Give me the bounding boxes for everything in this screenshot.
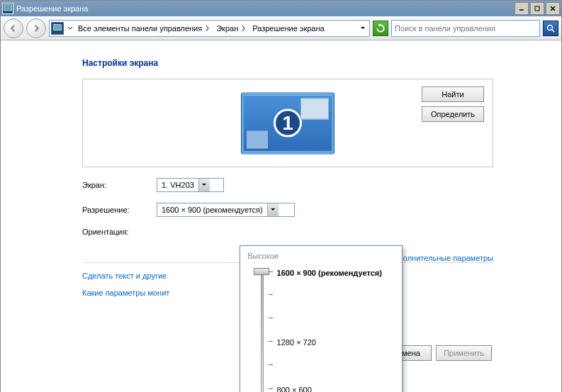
- screen-combo[interactable]: 1. VH203: [157, 178, 224, 192]
- svg-rect-0: [4, 4, 11, 10]
- taskbar-preview-icon: [247, 130, 268, 148]
- window-title: Разрешение экрана: [16, 4, 515, 13]
- text-size-link[interactable]: Сделать текст и другие: [82, 271, 167, 280]
- svg-rect-5: [54, 24, 62, 30]
- control-panel-icon: [51, 22, 64, 35]
- monitor-number: 1: [274, 109, 302, 138]
- navigation-bar: Все элементы панели управления Экран Раз…: [1, 16, 561, 40]
- find-button[interactable]: Найти: [422, 86, 484, 102]
- screen-label: Экран:: [82, 181, 157, 189]
- app-icon: [2, 3, 13, 14]
- content-area: Настройки экрана 1 Найти Определить Экра…: [1, 40, 561, 392]
- screen-row: Экран: 1. VH203: [82, 178, 561, 192]
- breadcrumb-item[interactable]: Экран: [215, 22, 249, 35]
- breadcrumb-item[interactable]: Разрешение экрана: [251, 24, 325, 33]
- slider-options-list: 1600 × 900 (рекомендуется) 1280 × 720 80…: [277, 271, 395, 392]
- search-box[interactable]: [391, 20, 540, 37]
- breadcrumb-label: Все элементы панели управления: [78, 24, 202, 33]
- forward-button[interactable]: [26, 18, 46, 38]
- svg-line-7: [552, 30, 554, 32]
- high-label: Высокое: [247, 252, 395, 260]
- search-input[interactable]: [395, 24, 536, 33]
- breadcrumb-label: Экран: [216, 24, 238, 33]
- breadcrumb-label: Разрешение экрана: [252, 24, 324, 33]
- address-dropdown-icon[interactable]: [65, 22, 75, 35]
- identify-button[interactable]: Определить: [422, 106, 484, 122]
- resolution-option[interactable]: 800 × 600: [277, 386, 312, 392]
- orientation-row: Ориентация:: [82, 228, 561, 236]
- titlebar: Разрешение экрана: [1, 1, 561, 16]
- minimize-button[interactable]: [515, 2, 529, 15]
- monitor-params-link[interactable]: Какие параметры монит: [82, 289, 169, 297]
- apply-button[interactable]: Применить: [436, 345, 492, 361]
- orientation-label: Ориентация:: [82, 228, 157, 236]
- chevron-right-icon[interactable]: [203, 22, 212, 35]
- resolution-option[interactable]: 1600 × 900 (рекомендуется): [277, 269, 382, 277]
- slider-thumb[interactable]: [254, 268, 269, 275]
- resolution-combo[interactable]: 1600 × 900 (рекомендуется): [157, 203, 295, 217]
- resolution-dropdown-panel: Высокое 1600 × 900 (рекомендуется) 1280 …: [240, 245, 403, 392]
- chevron-right-icon[interactable]: [240, 22, 248, 35]
- maximize-button[interactable]: [530, 2, 544, 15]
- window: Разрешение экрана Все элементы панели уп…: [0, 0, 562, 392]
- resolution-option[interactable]: 1280 × 720: [277, 338, 316, 347]
- address-bar[interactable]: Все элементы панели управления Экран Раз…: [49, 20, 370, 37]
- resolution-row: Разрешение: 1600 × 900 (рекомендуется): [82, 203, 561, 217]
- close-button[interactable]: [546, 2, 560, 15]
- monitor-preview[interactable]: 1: [242, 93, 334, 153]
- search-button[interactable]: [543, 21, 558, 36]
- page-heading: Настройки экрана: [82, 58, 561, 68]
- display-configuration-box: 1 Найти Определить: [82, 79, 493, 167]
- svg-point-6: [548, 25, 553, 30]
- screen-value: 1. VH203: [157, 181, 198, 189]
- back-button[interactable]: [4, 18, 23, 38]
- address-history-dropdown[interactable]: [358, 22, 368, 35]
- dropdown-arrow-icon[interactable]: [198, 179, 210, 191]
- breadcrumb-item[interactable]: Все элементы панели управления: [77, 22, 213, 35]
- resolution-slider[interactable]: [256, 271, 269, 392]
- window-preview-icon: [300, 98, 329, 119]
- advanced-settings-link[interactable]: Дополнительные параметры: [389, 254, 493, 262]
- dropdown-arrow-icon[interactable]: [267, 203, 279, 216]
- resolution-label: Разрешение:: [82, 206, 157, 214]
- svg-rect-2: [535, 6, 539, 11]
- resolution-value: 1600 × 900 (рекомендуется): [157, 206, 267, 214]
- refresh-button[interactable]: [373, 21, 388, 36]
